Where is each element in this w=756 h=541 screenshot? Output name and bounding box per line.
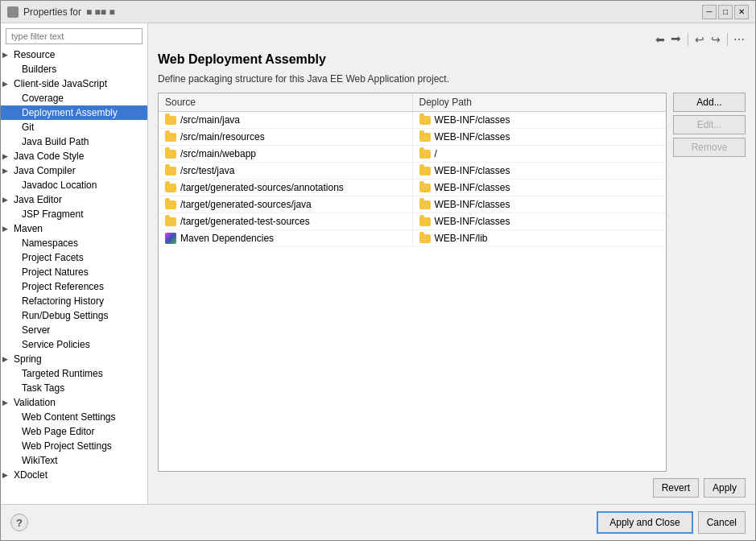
source-cell: /src/main/java [165, 114, 406, 126]
apply-close-button[interactable]: Apply and Close [597, 511, 692, 534]
bottom-area: Revert Apply [158, 472, 746, 504]
nav-toolbar: ⬅ ⮕ ↩ ↪ ⋯ [158, 33, 746, 46]
sidebar-item-coverage[interactable]: Coverage [1, 91, 147, 105]
sidebar-item-label: Service Policies [22, 339, 90, 350]
sidebar-item-client-side-js[interactable]: ▶Client-side JavaScript [1, 76, 147, 91]
source-cell: /src/main/webapp [165, 148, 406, 159]
sidebar-item-web-project-settings[interactable]: Web Project Settings [1, 439, 147, 453]
sidebar-item-web-content-settings[interactable]: Web Content Settings [1, 410, 147, 424]
deployment-table: Source Deploy Path /src/main/javaWEB-INF… [158, 93, 667, 472]
source-path: /target/generated-test-sources [180, 216, 310, 227]
assembly-table: Source Deploy Path /src/main/javaWEB-INF… [159, 93, 666, 247]
sidebar-item-javadoc-location[interactable]: Javadoc Location [1, 178, 147, 192]
sidebar-item-label: Project Natures [22, 266, 89, 278]
folder-icon [165, 167, 176, 176]
sidebar-item-label: Server [22, 324, 50, 336]
sidebar-item-server[interactable]: Server [1, 323, 147, 337]
window-icon [7, 6, 19, 18]
forward-icon[interactable]: ⮕ [670, 33, 683, 46]
title-bar-left: Properties for ■ ■■ ■ [7, 6, 115, 18]
sidebar-item-label: Client-side JavaScript [14, 78, 107, 89]
deploy-cell: WEB-INF/classes [419, 199, 660, 210]
col-source[interactable]: Source [159, 93, 412, 112]
footer-bar: ? Apply and Close Cancel [1, 504, 755, 540]
sidebar-item-label: Java Code Style [14, 151, 84, 162]
sidebar-item-project-facets[interactable]: Project Facets [1, 250, 147, 265]
sidebar-item-label: Deployment Assembly [22, 107, 118, 118]
sidebar-item-label: Java Build Path [22, 136, 89, 147]
sidebar-item-spring[interactable]: ▶Spring [1, 352, 147, 366]
table-row[interactable]: /target/generated-sources/annotationsWEB… [159, 180, 666, 196]
action-buttons: Add... Edit... Remove [673, 93, 746, 472]
deploy-cell: / [419, 148, 660, 159]
history-forward-icon[interactable]: ↪ [709, 33, 722, 46]
source-cell: Maven Dependencies [165, 233, 406, 244]
sidebar-item-deployment-assembly[interactable]: Deployment Assembly [1, 105, 147, 120]
title-bar: Properties for ■ ■■ ■ ─ □ ✕ [1, 1, 755, 23]
maximize-button[interactable]: □ [718, 5, 733, 19]
table-row[interactable]: /src/main/javaWEB-INF/classes [159, 112, 666, 129]
sidebar-item-wikitext[interactable]: WikiText [1, 453, 147, 468]
sidebar-item-jsp-fragment[interactable]: JSP Fragment [1, 207, 147, 221]
sidebar-item-web-page-editor[interactable]: Web Page Editor [1, 424, 147, 439]
revert-button[interactable]: Revert [653, 478, 699, 498]
sidebar-item-service-policies[interactable]: Service Policies [1, 337, 147, 352]
sidebar-item-maven[interactable]: ▶Maven [1, 221, 147, 236]
add-button[interactable]: Add... [673, 93, 746, 112]
sidebar-item-run-debug-settings[interactable]: Run/Debug Settings [1, 308, 147, 323]
sidebar-item-refactoring-history[interactable]: Refactoring History [1, 294, 147, 308]
sidebar-item-project-natures[interactable]: Project Natures [1, 265, 147, 279]
footer-left: ? [10, 514, 28, 531]
col-deploy[interactable]: Deploy Path [412, 93, 666, 112]
sidebar-item-label: Web Content Settings [22, 411, 116, 423]
sidebar-item-label: Resource [14, 49, 55, 60]
sidebar-item-java-editor[interactable]: ▶Java Editor [1, 192, 147, 207]
back-icon[interactable]: ⬅ [654, 33, 667, 46]
sidebar-item-java-code-style[interactable]: ▶Java Code Style [1, 149, 147, 163]
folder-icon [165, 184, 176, 192]
sidebar-item-java-compiler[interactable]: ▶Java Compiler [1, 163, 147, 178]
table-row[interactable]: /src/test/javaWEB-INF/classes [159, 163, 666, 180]
sidebar-item-validation[interactable]: ▶Validation [1, 395, 147, 410]
sidebar-item-resource[interactable]: ▶Resource [1, 47, 147, 62]
deploy-path: WEB-INF/classes [435, 165, 510, 176]
sidebar-item-namespaces[interactable]: Namespaces [1, 236, 147, 250]
sidebar-item-project-references[interactable]: Project References [1, 279, 147, 294]
apply-button[interactable]: Apply [704, 478, 746, 498]
table-row[interactable]: /target/generated-test-sourcesWEB-INF/cl… [159, 213, 666, 230]
source-path: /target/generated-sources/annotations [180, 182, 344, 193]
deploy-path: / [435, 148, 437, 159]
edit-button[interactable]: Edit... [673, 115, 746, 134]
sidebar-item-task-tags[interactable]: Task Tags [1, 381, 147, 395]
arrow-icon: ▶ [2, 471, 10, 479]
source-path: /target/generated-sources/java [180, 199, 312, 210]
sidebar-item-label: WikiText [22, 455, 58, 466]
sidebar-item-java-build-path[interactable]: Java Build Path [1, 134, 147, 149]
sidebar-item-label: Refactoring History [22, 295, 104, 307]
sidebar-item-label: Web Project Settings [22, 440, 112, 452]
sidebar-item-xdoclet[interactable]: ▶XDoclet [1, 468, 147, 482]
sidebar-item-builders[interactable]: Builders [1, 62, 147, 76]
history-back-icon[interactable]: ↩ [693, 33, 706, 46]
help-button[interactable]: ? [10, 514, 28, 531]
table-row[interactable]: Maven DependenciesWEB-INF/lib [159, 230, 666, 247]
filter-input[interactable] [6, 28, 143, 44]
deploy-path: WEB-INF/classes [435, 114, 510, 126]
table-row[interactable]: /src/main/resourcesWEB-INF/classes [159, 129, 666, 146]
minimize-button[interactable]: ─ [702, 5, 717, 19]
maven-icon [165, 233, 176, 244]
sidebar-item-git[interactable]: Git [1, 120, 147, 134]
toolbar-sep [688, 33, 688, 46]
sidebar-item-label: JSP Fragment [22, 209, 83, 220]
folder-icon [419, 150, 431, 159]
sidebar-item-targeted-runtimes[interactable]: Targeted Runtimes [1, 366, 147, 381]
more-icon[interactable]: ⋯ [733, 33, 746, 46]
cancel-button[interactable]: Cancel [698, 511, 746, 534]
remove-button[interactable]: Remove [673, 138, 746, 157]
source-path: /src/main/resources [180, 131, 265, 142]
close-button[interactable]: ✕ [734, 5, 749, 19]
folder-icon [419, 234, 431, 243]
table-row[interactable]: /target/generated-sources/javaWEB-INF/cl… [159, 196, 666, 213]
sidebar-item-label: Coverage [22, 93, 64, 104]
table-row[interactable]: /src/main/webapp/ [159, 146, 666, 163]
